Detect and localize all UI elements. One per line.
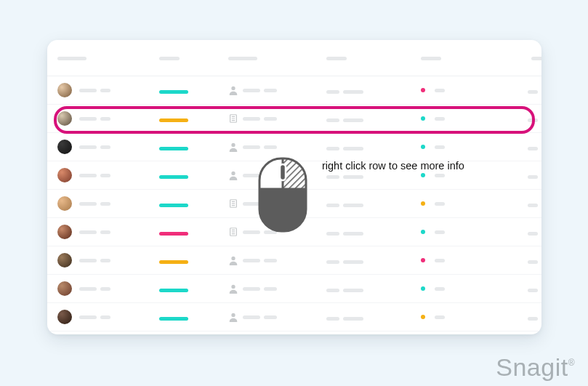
svg-point-5: [231, 143, 235, 147]
avatar: [57, 225, 72, 239]
cell-detail: [326, 169, 421, 182]
cell-actions[interactable]: [486, 84, 541, 97]
svg-point-16: [231, 285, 235, 289]
cell-actions[interactable]: [486, 112, 541, 125]
cell-status: [159, 197, 228, 210]
header-col-type[interactable]: [228, 52, 326, 65]
cell-detail: [326, 112, 421, 125]
cell-type: [228, 198, 326, 209]
avatar: [57, 140, 72, 154]
cell-user: [57, 253, 159, 268]
header-col-status[interactable]: [159, 52, 228, 65]
header-col-actions[interactable]: [486, 52, 541, 65]
status-pill: [159, 232, 188, 236]
cell-detail: [326, 197, 421, 210]
person-icon: [228, 312, 238, 322]
flag-dot: [421, 116, 425, 121]
flag-dot: [421, 145, 425, 149]
cell-user: [57, 168, 159, 182]
table-row[interactable]: [47, 246, 541, 275]
cell-type: [228, 85, 326, 95]
cell-detail: [326, 225, 421, 238]
data-table-card: [47, 40, 541, 334]
status-pill: [159, 147, 188, 150]
cell-flag: [421, 230, 486, 234]
avatar: [57, 83, 72, 97]
cell-flag: [421, 145, 486, 149]
cell-flag: [421, 315, 486, 319]
cell-user: [57, 140, 159, 154]
avatar: [57, 111, 72, 126]
cell-status: [159, 140, 228, 153]
cell-detail: [326, 310, 421, 323]
header-col-user[interactable]: [57, 52, 159, 65]
header-col-detail[interactable]: [326, 52, 421, 65]
avatar: [57, 168, 72, 182]
document-icon: [228, 198, 238, 209]
flag-dot: [421, 286, 425, 291]
table-row[interactable]: [47, 105, 541, 133]
cell-status: [159, 84, 228, 97]
header-col-flag[interactable]: [421, 52, 486, 65]
cell-user: [57, 111, 159, 126]
cell-flag: [421, 258, 486, 262]
status-pill: [159, 90, 188, 94]
cell-user: [57, 196, 159, 211]
table-row[interactable]: [47, 190, 541, 218]
cell-flag: [421, 88, 486, 92]
cell-status: [159, 112, 228, 125]
flag-dot: [421, 173, 425, 177]
table-row[interactable]: [47, 303, 541, 331]
cell-type: [228, 284, 326, 294]
cell-type: [228, 227, 326, 237]
svg-point-0: [231, 87, 235, 90]
table-row[interactable]: [47, 218, 541, 246]
cell-user: [57, 83, 159, 97]
cell-type: [228, 170, 326, 180]
cell-actions[interactable]: [486, 197, 541, 210]
table-row[interactable]: [47, 275, 541, 303]
svg-point-15: [231, 257, 235, 260]
table-row[interactable]: [47, 76, 541, 105]
cell-actions[interactable]: [486, 310, 541, 323]
person-icon: [228, 170, 238, 180]
svg-point-6: [231, 172, 235, 175]
cell-user: [57, 281, 159, 296]
cell-status: [159, 254, 228, 267]
cell-flag: [421, 286, 486, 291]
cell-detail: [326, 282, 421, 295]
person-icon: [228, 255, 238, 265]
person-icon: [228, 85, 238, 95]
document-icon: [228, 227, 238, 237]
cell-actions[interactable]: [486, 225, 541, 238]
avatar: [57, 253, 72, 268]
flag-dot: [421, 315, 425, 319]
table-header: [47, 40, 541, 76]
table-row[interactable]: [47, 161, 541, 190]
cell-actions[interactable]: [486, 254, 541, 267]
cell-flag: [421, 201, 486, 206]
cell-detail: [326, 84, 421, 97]
table-body: [47, 76, 541, 331]
cell-actions[interactable]: [486, 169, 541, 182]
flag-dot: [421, 230, 425, 234]
status-pill: [159, 118, 188, 122]
cell-detail: [326, 140, 421, 153]
person-icon: [228, 142, 238, 152]
cell-type: [228, 113, 326, 124]
table-row[interactable]: [47, 133, 541, 161]
avatar: [57, 310, 72, 324]
avatar: [57, 196, 72, 211]
cell-status: [159, 225, 228, 238]
flag-dot: [421, 258, 425, 262]
person-icon: [228, 284, 238, 294]
cell-detail: [326, 254, 421, 267]
cell-actions[interactable]: [486, 140, 541, 153]
svg-point-17: [231, 313, 235, 317]
avatar: [57, 281, 72, 296]
cell-status: [159, 169, 228, 182]
cell-flag: [421, 173, 486, 177]
cell-actions[interactable]: [486, 282, 541, 295]
cell-type: [228, 312, 326, 322]
flag-dot: [421, 88, 425, 92]
